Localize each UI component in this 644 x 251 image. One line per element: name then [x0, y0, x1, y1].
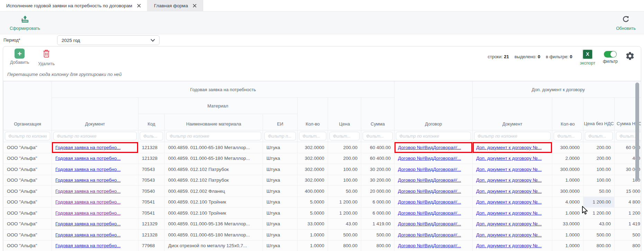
generate-button[interactable]: Сформировать: [10, 15, 40, 31]
sum2-cell: 1 200: [615, 208, 641, 219]
addendum-link[interactable]: Доп. документ к договору №...: [476, 243, 542, 248]
col-header-org[interactable]: Организация: [3, 81, 52, 130]
doc-cell: Годовая заявка на потребно...: [52, 186, 138, 197]
group-header-material: Материал: [138, 98, 298, 114]
tab-annual-request[interactable]: Исполнение годовой заявки на потребность…: [0, 0, 147, 11]
sum-cell: 1 419.00: [361, 218, 394, 230]
group-by-hint[interactable]: Перетащите сюда колонку для группировки …: [3, 68, 641, 81]
filter-input-org[interactable]: [5, 132, 50, 140]
addendum-cell: Доп. документ к договору №...: [473, 197, 552, 208]
col-header-doc2[interactable]: Документ: [473, 98, 552, 130]
contract-link[interactable]: Договор №#ВидДоговора#/...: [398, 221, 461, 226]
contract-link[interactable]: Договор №#ВидДоговора#/...: [398, 199, 461, 205]
annual-request-link[interactable]: Годовая заявка на потребно...: [55, 145, 120, 150]
filter-input-code[interactable]: [140, 132, 163, 140]
col-header-contract[interactable]: Договор: [394, 81, 473, 130]
col-header-qty2[interactable]: Кол-во: [552, 98, 583, 130]
contract-link[interactable]: Договор №#ВидДоговора#/...: [398, 243, 461, 248]
contract-link[interactable]: Договор №#ВидДоговора#/...: [398, 167, 461, 172]
addendum-link[interactable]: Доп. документ к договору №...: [476, 167, 542, 172]
contract-cell: Договор №#ВидДоговора#/...: [394, 218, 473, 230]
addendum-link[interactable]: Доп. документ к договору №...: [476, 178, 542, 183]
tab-close-icon[interactable]: [137, 4, 141, 8]
annual-request-link[interactable]: Годовая заявка на потребно...: [55, 156, 120, 161]
col-header-material[interactable]: Наименование материала: [165, 114, 263, 130]
filter-toggle[interactable]: фильтр: [603, 49, 618, 64]
period-select[interactable]: 2025 год: [57, 35, 160, 45]
addendum-link[interactable]: Доп. документ к договору №...: [476, 156, 542, 161]
material-cell: 000.4859. 012.102 Патрубок: [165, 175, 263, 186]
addendum-link[interactable]: Доп. документ к договору №...: [476, 210, 542, 216]
price2-cell: 200.00: [583, 142, 615, 153]
tab-close-icon[interactable]: [193, 4, 197, 8]
excel-icon: X: [582, 49, 593, 59]
code-cell: 121329: [138, 218, 165, 230]
filter-input-price[interactable]: [329, 132, 360, 140]
col-header-qty[interactable]: Кол-во: [298, 98, 328, 130]
col-header-sum[interactable]: Сумма: [361, 98, 394, 130]
annual-request-link[interactable]: Годовая заявка на потребно...: [55, 167, 120, 172]
annual-request-link[interactable]: Годовая заявка на потребно...: [55, 178, 120, 183]
delete-row-button[interactable]: Удалить: [38, 49, 55, 66]
filter-input-price2[interactable]: [585, 132, 613, 140]
price2-cell: 100.00: [583, 175, 615, 186]
toggle-on-icon[interactable]: [604, 51, 617, 58]
filter-input-doc2[interactable]: [474, 132, 551, 140]
col-header-code[interactable]: Код: [138, 114, 165, 130]
filter-input-sum[interactable]: [363, 132, 393, 140]
table-row: ООО "Альфа" Годовая заявка на потребно..…: [3, 240, 642, 251]
col-header-price2[interactable]: Цена без НДС: [583, 98, 615, 130]
price2-cell: 1 200.00: [583, 208, 615, 219]
addendum-link[interactable]: Доп. документ к договору №...: [476, 199, 542, 205]
sum-cell: 20 000.00: [361, 186, 394, 197]
data-grid: Организация Годовая заявка на потребност…: [3, 81, 641, 251]
filter-input-qty2[interactable]: [554, 132, 582, 140]
filter-input-qty[interactable]: [299, 132, 326, 140]
code-cell: 70541: [138, 208, 165, 219]
addendum-link[interactable]: Доп. документ к договору №...: [476, 145, 542, 150]
annual-request-link[interactable]: Годовая заявка на потребно...: [55, 189, 120, 194]
filter-input-contract[interactable]: [396, 132, 471, 140]
add-row-button[interactable]: + Добавить: [10, 49, 29, 66]
contract-link[interactable]: Договор №#ВидДоговора#/...: [398, 189, 461, 194]
contract-link[interactable]: Договор №#ВидДоговора#/...: [398, 156, 461, 161]
col-header-unit[interactable]: ЕИ: [263, 114, 298, 130]
col-header-price[interactable]: Цена: [328, 98, 361, 130]
org-cell: ООО "Альфа": [3, 218, 52, 230]
addendum-cell: Доп. документ к договору №...: [473, 186, 552, 197]
selected-stat: выделено: 0: [515, 54, 540, 59]
material-cell: 000.4859. 012.100 Тройник: [165, 208, 263, 219]
qty-cell: 400.0000: [298, 186, 328, 197]
tab-bar: Исполнение годовой заявки на потребность…: [0, 0, 644, 11]
annual-request-link[interactable]: Годовая заявка на потребно...: [55, 210, 120, 216]
annual-request-link[interactable]: Годовая заявка на потребно...: [55, 243, 120, 248]
rows-count: 21: [504, 54, 509, 59]
refresh-button[interactable]: Обновить: [616, 15, 636, 31]
contract-link[interactable]: Договор №#ВидДоговора#/...: [398, 232, 461, 237]
org-cell: ООО "Альфа": [3, 142, 52, 153]
material-cell: 000.4859. 012.100 Тройник: [165, 197, 263, 208]
export-excel-button[interactable]: X экспорт: [580, 49, 595, 66]
annual-request-link[interactable]: Годовая заявка на потребно...: [55, 221, 120, 226]
annual-request-link[interactable]: Годовая заявка на потребно...: [55, 199, 120, 205]
filter-toggle-label: фильтр: [603, 59, 618, 64]
addendum-link[interactable]: Доп. документ к договору №...: [476, 221, 542, 226]
addendum-link[interactable]: Доп. документ к договору №...: [476, 232, 542, 237]
addendum-cell: Доп. документ к договору №...: [473, 208, 552, 219]
contract-link[interactable]: Договор №#ВидДоговора#/...: [398, 145, 461, 150]
filter-input-material[interactable]: [166, 132, 261, 140]
col-header-doc[interactable]: Документ: [52, 98, 138, 130]
addendum-link[interactable]: Доп. документ к договору №...: [476, 189, 542, 194]
unit-cell: Штука: [263, 142, 298, 153]
annual-request-link[interactable]: Годовая заявка на потребно...: [55, 232, 120, 237]
filter-input-unit[interactable]: [264, 132, 296, 140]
addendum-cell: Доп. документ к договору №...: [473, 218, 552, 230]
tab-main-form[interactable]: Главная форма: [147, 0, 203, 11]
contract-link[interactable]: Договор №#ВидДоговора#/...: [398, 210, 461, 216]
price2-cell: 800.00: [583, 240, 615, 251]
vertical-scrollbar[interactable]: [635, 83, 639, 181]
filter-input-doc[interactable]: [53, 132, 137, 140]
contract-link[interactable]: Договор №#ВидДоговора#/...: [398, 178, 461, 183]
settings-button[interactable]: [625, 51, 635, 62]
table-row: ООО "Альфа" Годовая заявка на потребно..…: [3, 142, 642, 153]
